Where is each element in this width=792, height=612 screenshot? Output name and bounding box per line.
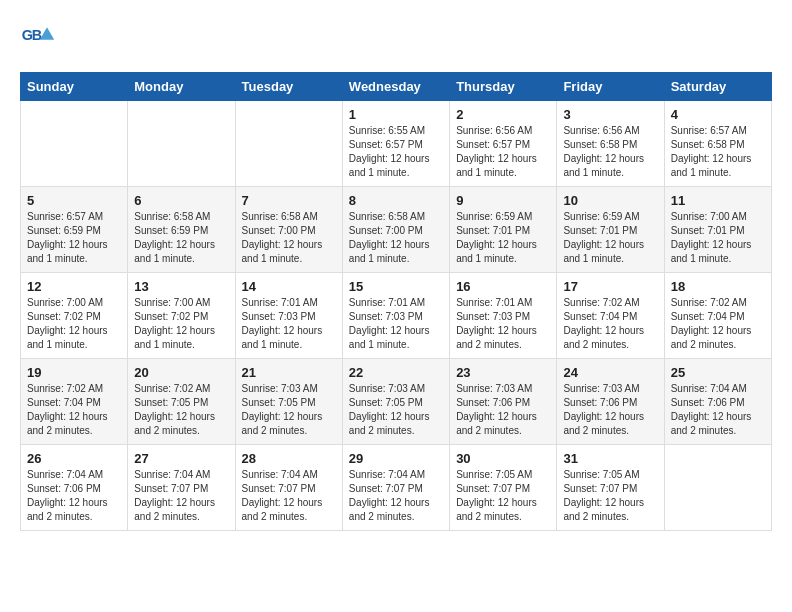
day-number: 5 (27, 193, 121, 208)
day-info: Sunrise: 7:02 AM Sunset: 7:04 PM Dayligh… (27, 382, 121, 438)
calendar-cell: 8Sunrise: 6:58 AM Sunset: 7:00 PM Daylig… (342, 187, 449, 273)
day-number: 25 (671, 365, 765, 380)
logo-icon: G B (20, 20, 56, 56)
day-info: Sunrise: 6:59 AM Sunset: 7:01 PM Dayligh… (456, 210, 550, 266)
day-number: 24 (563, 365, 657, 380)
calendar-cell: 26Sunrise: 7:04 AM Sunset: 7:06 PM Dayli… (21, 445, 128, 531)
day-info: Sunrise: 7:00 AM Sunset: 7:02 PM Dayligh… (134, 296, 228, 352)
day-info: Sunrise: 7:01 AM Sunset: 7:03 PM Dayligh… (242, 296, 336, 352)
weekday-header-row: SundayMondayTuesdayWednesdayThursdayFrid… (21, 73, 772, 101)
calendar-cell: 25Sunrise: 7:04 AM Sunset: 7:06 PM Dayli… (664, 359, 771, 445)
day-number: 3 (563, 107, 657, 122)
day-number: 2 (456, 107, 550, 122)
calendar-cell: 18Sunrise: 7:02 AM Sunset: 7:04 PM Dayli… (664, 273, 771, 359)
day-info: Sunrise: 7:04 AM Sunset: 7:07 PM Dayligh… (349, 468, 443, 524)
calendar-cell: 10Sunrise: 6:59 AM Sunset: 7:01 PM Dayli… (557, 187, 664, 273)
day-info: Sunrise: 7:01 AM Sunset: 7:03 PM Dayligh… (456, 296, 550, 352)
day-number: 4 (671, 107, 765, 122)
day-number: 30 (456, 451, 550, 466)
day-info: Sunrise: 6:58 AM Sunset: 6:59 PM Dayligh… (134, 210, 228, 266)
svg-text:B: B (32, 27, 42, 43)
day-number: 18 (671, 279, 765, 294)
calendar-cell: 20Sunrise: 7:02 AM Sunset: 7:05 PM Dayli… (128, 359, 235, 445)
calendar-week-row: 1Sunrise: 6:55 AM Sunset: 6:57 PM Daylig… (21, 101, 772, 187)
calendar-week-row: 19Sunrise: 7:02 AM Sunset: 7:04 PM Dayli… (21, 359, 772, 445)
day-info: Sunrise: 7:05 AM Sunset: 7:07 PM Dayligh… (456, 468, 550, 524)
calendar-cell: 31Sunrise: 7:05 AM Sunset: 7:07 PM Dayli… (557, 445, 664, 531)
day-number: 16 (456, 279, 550, 294)
day-info: Sunrise: 7:04 AM Sunset: 7:07 PM Dayligh… (134, 468, 228, 524)
weekday-header-sunday: Sunday (21, 73, 128, 101)
calendar-cell: 24Sunrise: 7:03 AM Sunset: 7:06 PM Dayli… (557, 359, 664, 445)
day-info: Sunrise: 6:58 AM Sunset: 7:00 PM Dayligh… (242, 210, 336, 266)
day-info: Sunrise: 6:59 AM Sunset: 7:01 PM Dayligh… (563, 210, 657, 266)
calendar-week-row: 5Sunrise: 6:57 AM Sunset: 6:59 PM Daylig… (21, 187, 772, 273)
calendar-week-row: 12Sunrise: 7:00 AM Sunset: 7:02 PM Dayli… (21, 273, 772, 359)
day-number: 15 (349, 279, 443, 294)
calendar-cell: 21Sunrise: 7:03 AM Sunset: 7:05 PM Dayli… (235, 359, 342, 445)
calendar-cell: 5Sunrise: 6:57 AM Sunset: 6:59 PM Daylig… (21, 187, 128, 273)
weekday-header-thursday: Thursday (450, 73, 557, 101)
day-number: 17 (563, 279, 657, 294)
day-info: Sunrise: 7:03 AM Sunset: 7:05 PM Dayligh… (242, 382, 336, 438)
day-info: Sunrise: 7:01 AM Sunset: 7:03 PM Dayligh… (349, 296, 443, 352)
day-number: 21 (242, 365, 336, 380)
day-info: Sunrise: 6:55 AM Sunset: 6:57 PM Dayligh… (349, 124, 443, 180)
calendar-cell (128, 101, 235, 187)
day-info: Sunrise: 7:02 AM Sunset: 7:04 PM Dayligh… (563, 296, 657, 352)
calendar-cell: 22Sunrise: 7:03 AM Sunset: 7:05 PM Dayli… (342, 359, 449, 445)
day-info: Sunrise: 7:00 AM Sunset: 7:01 PM Dayligh… (671, 210, 765, 266)
day-info: Sunrise: 6:56 AM Sunset: 6:57 PM Dayligh… (456, 124, 550, 180)
weekday-header-wednesday: Wednesday (342, 73, 449, 101)
day-number: 10 (563, 193, 657, 208)
day-number: 31 (563, 451, 657, 466)
calendar-cell: 16Sunrise: 7:01 AM Sunset: 7:03 PM Dayli… (450, 273, 557, 359)
day-number: 19 (27, 365, 121, 380)
day-info: Sunrise: 7:00 AM Sunset: 7:02 PM Dayligh… (27, 296, 121, 352)
day-number: 28 (242, 451, 336, 466)
calendar-cell: 12Sunrise: 7:00 AM Sunset: 7:02 PM Dayli… (21, 273, 128, 359)
weekday-header-tuesday: Tuesday (235, 73, 342, 101)
calendar-cell: 14Sunrise: 7:01 AM Sunset: 7:03 PM Dayli… (235, 273, 342, 359)
calendar-week-row: 26Sunrise: 7:04 AM Sunset: 7:06 PM Dayli… (21, 445, 772, 531)
day-number: 26 (27, 451, 121, 466)
day-info: Sunrise: 7:03 AM Sunset: 7:05 PM Dayligh… (349, 382, 443, 438)
day-info: Sunrise: 7:04 AM Sunset: 7:06 PM Dayligh… (671, 382, 765, 438)
calendar-cell: 13Sunrise: 7:00 AM Sunset: 7:02 PM Dayli… (128, 273, 235, 359)
day-info: Sunrise: 7:03 AM Sunset: 7:06 PM Dayligh… (563, 382, 657, 438)
calendar-cell: 9Sunrise: 6:59 AM Sunset: 7:01 PM Daylig… (450, 187, 557, 273)
day-number: 1 (349, 107, 443, 122)
calendar-table: SundayMondayTuesdayWednesdayThursdayFrid… (20, 72, 772, 531)
day-number: 23 (456, 365, 550, 380)
calendar-cell: 11Sunrise: 7:00 AM Sunset: 7:01 PM Dayli… (664, 187, 771, 273)
day-info: Sunrise: 6:57 AM Sunset: 6:58 PM Dayligh… (671, 124, 765, 180)
weekday-header-friday: Friday (557, 73, 664, 101)
day-info: Sunrise: 6:56 AM Sunset: 6:58 PM Dayligh… (563, 124, 657, 180)
weekday-header-saturday: Saturday (664, 73, 771, 101)
calendar-cell (21, 101, 128, 187)
calendar-cell: 1Sunrise: 6:55 AM Sunset: 6:57 PM Daylig… (342, 101, 449, 187)
day-number: 14 (242, 279, 336, 294)
weekday-header-monday: Monday (128, 73, 235, 101)
logo: G B (20, 20, 60, 56)
calendar-cell: 15Sunrise: 7:01 AM Sunset: 7:03 PM Dayli… (342, 273, 449, 359)
calendar-cell: 2Sunrise: 6:56 AM Sunset: 6:57 PM Daylig… (450, 101, 557, 187)
day-number: 20 (134, 365, 228, 380)
calendar-cell: 30Sunrise: 7:05 AM Sunset: 7:07 PM Dayli… (450, 445, 557, 531)
day-number: 27 (134, 451, 228, 466)
calendar-cell: 4Sunrise: 6:57 AM Sunset: 6:58 PM Daylig… (664, 101, 771, 187)
day-info: Sunrise: 7:02 AM Sunset: 7:05 PM Dayligh… (134, 382, 228, 438)
day-info: Sunrise: 6:58 AM Sunset: 7:00 PM Dayligh… (349, 210, 443, 266)
day-info: Sunrise: 7:03 AM Sunset: 7:06 PM Dayligh… (456, 382, 550, 438)
day-info: Sunrise: 7:02 AM Sunset: 7:04 PM Dayligh… (671, 296, 765, 352)
calendar-cell (664, 445, 771, 531)
calendar-cell: 27Sunrise: 7:04 AM Sunset: 7:07 PM Dayli… (128, 445, 235, 531)
day-number: 8 (349, 193, 443, 208)
day-number: 6 (134, 193, 228, 208)
day-info: Sunrise: 7:04 AM Sunset: 7:07 PM Dayligh… (242, 468, 336, 524)
calendar-cell (235, 101, 342, 187)
day-number: 13 (134, 279, 228, 294)
day-number: 9 (456, 193, 550, 208)
day-info: Sunrise: 7:04 AM Sunset: 7:06 PM Dayligh… (27, 468, 121, 524)
day-number: 29 (349, 451, 443, 466)
